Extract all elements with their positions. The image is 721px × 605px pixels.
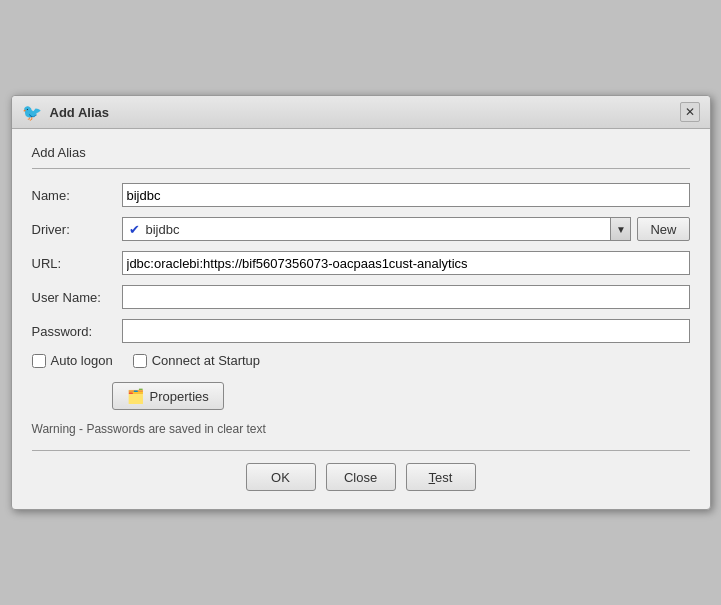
top-separator [32,168,690,169]
test-button[interactable]: Test [406,463,476,491]
driver-check-icon: ✔ [123,222,146,237]
url-input[interactable] [122,251,690,275]
connect-startup-label: Connect at Startup [152,353,260,368]
dialog-body: Add Alias Name: Driver: ✔ bijdbc ▼ New U… [12,129,710,509]
url-label: URL: [32,256,122,271]
auto-logon-label: Auto logon [51,353,113,368]
username-row: User Name: [32,285,690,309]
bottom-separator [32,450,690,451]
close-window-button[interactable]: ✕ [680,102,700,122]
test-button-label: Test [429,470,453,485]
password-input[interactable] [122,319,690,343]
password-label: Password: [32,324,122,339]
app-icon: 🐦 [22,103,42,122]
title-bar: 🐦 Add Alias ✕ [12,96,710,129]
name-row: Name: [32,183,690,207]
driver-select-wrapper: ✔ bijdbc ▼ New [122,217,690,241]
connect-startup-checkbox[interactable] [133,354,147,368]
auto-logon-checkbox-item[interactable]: Auto logon [32,353,113,368]
button-row: OK Close Test [32,463,690,497]
password-row: Password: [32,319,690,343]
properties-button[interactable]: 🗂️ Properties [112,382,224,410]
auto-logon-checkbox[interactable] [32,354,46,368]
name-input[interactable] [122,183,690,207]
name-label: Name: [32,188,122,203]
title-bar-left: 🐦 Add Alias [22,103,109,122]
ok-button[interactable]: OK [246,463,316,491]
dialog-title: Add Alias [50,105,109,120]
close-button[interactable]: Close [326,463,396,491]
new-driver-button[interactable]: New [637,217,689,241]
driver-label: Driver: [32,222,122,237]
section-title: Add Alias [32,145,690,160]
properties-icon: 🗂️ [127,388,144,404]
connect-startup-checkbox-item[interactable]: Connect at Startup [133,353,260,368]
username-label: User Name: [32,290,122,305]
driver-value-text: bijdbc [146,222,611,237]
username-input[interactable] [122,285,690,309]
warning-text: Warning - Passwords are saved in clear t… [32,422,690,436]
checkbox-row: Auto logon Connect at Startup [32,353,690,368]
driver-row: Driver: ✔ bijdbc ▼ New [32,217,690,241]
driver-dropdown-arrow[interactable]: ▼ [610,218,630,240]
url-row: URL: [32,251,690,275]
properties-button-label: Properties [150,389,209,404]
driver-dropdown[interactable]: ✔ bijdbc ▼ [122,217,632,241]
add-alias-dialog: 🐦 Add Alias ✕ Add Alias Name: Driver: ✔ … [11,95,711,510]
